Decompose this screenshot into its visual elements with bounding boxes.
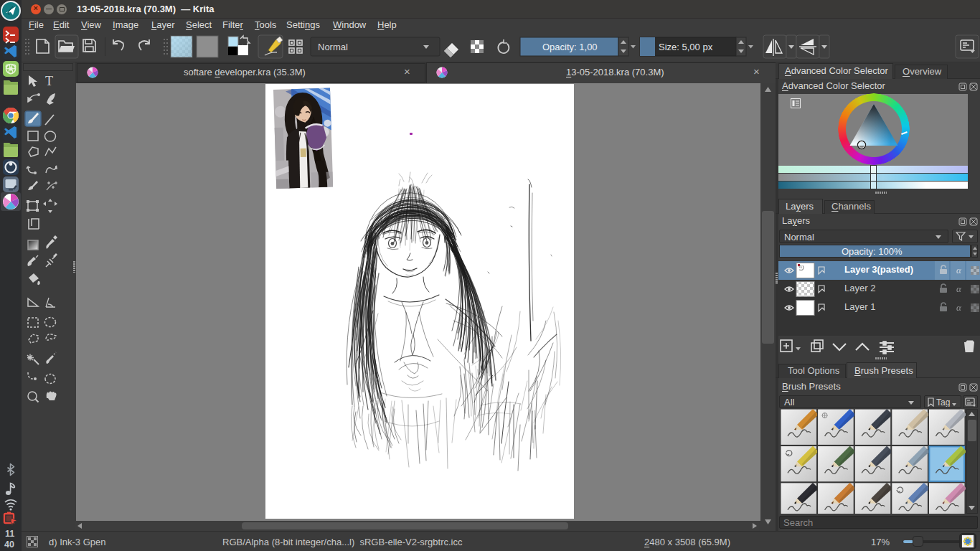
svg-text:Size: 5,00 px: Size: 5,00 px (659, 42, 713, 52)
svg-text:Tag: Tag (936, 397, 950, 407)
svg-text:40: 40 (4, 540, 14, 550)
svg-text:11: 11 (5, 529, 14, 539)
svg-text:Normal: Normal (318, 42, 348, 52)
svg-text:T: T (45, 74, 53, 88)
svg-text:Opacity: 1,00: Opacity: 1,00 (542, 42, 598, 52)
